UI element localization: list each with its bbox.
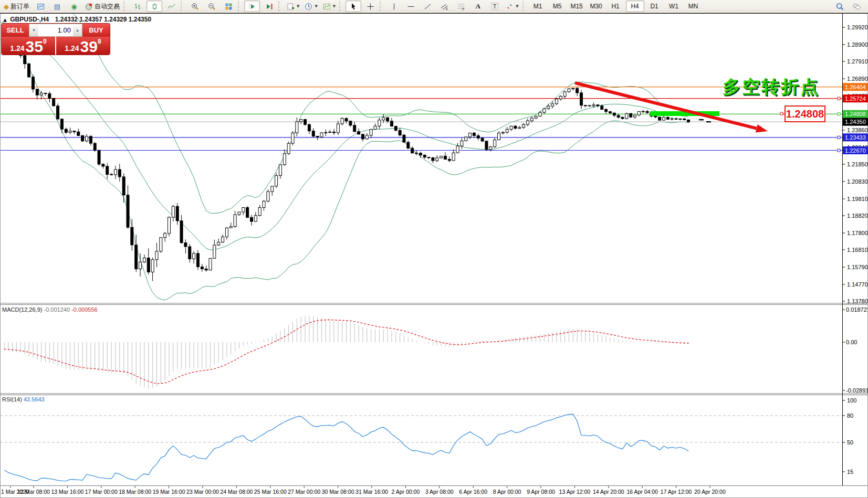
timeframe-m30-button[interactable]: M30 bbox=[587, 1, 605, 12]
svg-text:30 Mar 08:00: 30 Mar 08:00 bbox=[322, 489, 354, 495]
horizontal-line-icon bbox=[407, 3, 415, 10]
symbol-period-label: GBPUSD-,H4 bbox=[10, 16, 49, 23]
toolbar-separator bbox=[123, 1, 128, 12]
navigator-button[interactable]: ◉ bbox=[66, 1, 82, 12]
chat-icon bbox=[853, 3, 861, 10]
svg-text:1.25724: 1.25724 bbox=[845, 96, 866, 102]
svg-text:19 Mar 16:00: 19 Mar 16:00 bbox=[153, 489, 185, 495]
svg-text:1.26890: 1.26890 bbox=[847, 76, 868, 82]
zoom-out-button[interactable] bbox=[204, 1, 219, 12]
svg-text:1.23433: 1.23433 bbox=[845, 134, 866, 141]
timeframe-m15-button[interactable]: M15 bbox=[568, 1, 586, 12]
templates-button[interactable]: ▼ bbox=[321, 1, 338, 12]
svg-text:31 Mar 16:00: 31 Mar 16:00 bbox=[355, 489, 388, 495]
auto-scroll-button[interactable] bbox=[244, 1, 260, 12]
dropdown-arrow-icon: ▼ bbox=[333, 4, 336, 8]
autotrading-button[interactable]: 自动交易 bbox=[83, 1, 122, 12]
zoom-in-icon bbox=[191, 3, 199, 10]
toolbar-separator bbox=[278, 1, 283, 12]
svg-text:1.13780: 1.13780 bbox=[847, 298, 868, 304]
periods-button[interactable]: ▼ bbox=[302, 1, 319, 12]
market-watch-icon bbox=[37, 3, 45, 10]
timeframe-m5-button[interactable]: M5 bbox=[548, 1, 567, 12]
crosshair-button[interactable] bbox=[362, 1, 378, 12]
chat-button[interactable] bbox=[849, 1, 864, 12]
last-candle-dash bbox=[699, 119, 704, 120]
data-window-button[interactable]: ▤ bbox=[49, 1, 65, 12]
dropdown-arrow-icon: ▼ bbox=[315, 4, 317, 8]
market-watch-button[interactable] bbox=[33, 1, 48, 12]
new-order-button[interactable]: ◆新订单 bbox=[2, 1, 32, 12]
cursor-button[interactable] bbox=[346, 1, 361, 12]
equidistant-channel-button[interactable]: E bbox=[436, 1, 452, 12]
new-order-icon: ◆ bbox=[4, 3, 9, 10]
svg-text:1.14770: 1.14770 bbox=[847, 281, 868, 288]
last-candle-dash bbox=[706, 121, 711, 122]
svg-text:1.18820: 1.18820 bbox=[847, 213, 868, 219]
vertical-line-button[interactable] bbox=[386, 1, 402, 12]
tile-windows-icon bbox=[225, 3, 233, 10]
chart-title: ▲ GBPUSD-,H4 1.24332 1.24357 1.24329 1.2… bbox=[3, 16, 151, 23]
volume-control: ▼ ▲ bbox=[29, 24, 82, 37]
svg-text:15: 15 bbox=[847, 469, 853, 475]
svg-text:1.20830: 1.20830 bbox=[847, 178, 868, 185]
svg-text:12 Mar 08:00: 12 Mar 08:00 bbox=[17, 489, 50, 495]
svg-text:17 Mar 00:00: 17 Mar 00:00 bbox=[85, 489, 118, 495]
candlestick-button[interactable] bbox=[147, 1, 162, 12]
svg-text:F: F bbox=[462, 7, 464, 10]
trendline-button[interactable] bbox=[420, 1, 435, 12]
autotrading-icon bbox=[85, 3, 93, 10]
svg-text:1.23860: 1.23860 bbox=[847, 127, 868, 133]
price-callout-object[interactable]: 1.24808 bbox=[780, 106, 825, 122]
search-button[interactable] bbox=[832, 1, 848, 12]
tile-windows-button[interactable] bbox=[221, 1, 236, 12]
chart-shift-icon bbox=[265, 3, 273, 10]
indicators-button[interactable]: ▼ bbox=[285, 1, 301, 12]
search-icon bbox=[836, 3, 844, 10]
toolbar-separator bbox=[238, 1, 243, 12]
svg-text:80: 80 bbox=[847, 412, 853, 419]
text-button[interactable]: A bbox=[470, 1, 486, 12]
candlestick-icon bbox=[151, 3, 159, 10]
svg-text:25 Mar 16:00: 25 Mar 16:00 bbox=[254, 489, 287, 495]
collapse-triangle-icon[interactable]: ▲ bbox=[3, 17, 7, 23]
buy-button[interactable]: BUY bbox=[82, 24, 110, 37]
svg-text:1.24808: 1.24808 bbox=[845, 111, 866, 117]
svg-text:13 Apr 12:00: 13 Apr 12:00 bbox=[559, 489, 591, 495]
svg-text:24 Mar 08:00: 24 Mar 08:00 bbox=[220, 489, 253, 495]
svg-text:8 Apr 00:00: 8 Apr 00:00 bbox=[493, 489, 521, 495]
timeframe-h1-button[interactable]: H1 bbox=[606, 1, 625, 12]
volume-input[interactable] bbox=[38, 24, 73, 36]
svg-text:-0.028913: -0.028913 bbox=[846, 387, 868, 394]
zoom-out-icon bbox=[208, 3, 216, 10]
dropdown-arrow-icon: ▼ bbox=[297, 4, 299, 8]
zoom-in-button[interactable] bbox=[187, 1, 203, 12]
horizontal-line-button[interactable] bbox=[403, 1, 419, 12]
svg-text:E: E bbox=[446, 7, 448, 10]
svg-text:2 Apr 00:00: 2 Apr 00:00 bbox=[392, 489, 420, 495]
bar-chart-button[interactable] bbox=[130, 1, 145, 12]
toolbar-separator bbox=[522, 1, 527, 12]
fibonacci-icon: F bbox=[457, 3, 465, 10]
text-label-button[interactable]: T bbox=[487, 1, 503, 12]
annotation-text-object[interactable]: 多空转折点 bbox=[723, 75, 820, 99]
timeframe-m1-button[interactable]: M1 bbox=[529, 1, 547, 12]
timeframe-mn-button[interactable]: MN bbox=[684, 1, 703, 12]
svg-text:50: 50 bbox=[847, 439, 853, 446]
svg-text:13 Mar 16:00: 13 Mar 16:00 bbox=[51, 489, 83, 495]
sell-price-display[interactable]: 1.24 35 0 bbox=[2, 37, 55, 55]
svg-text:3 Apr 08:00: 3 Apr 08:00 bbox=[425, 489, 454, 495]
timeframe-d1-button[interactable]: D1 bbox=[645, 1, 664, 12]
timeframe-h4-button[interactable]: H4 bbox=[626, 1, 644, 12]
volume-increase-button[interactable]: ▲ bbox=[73, 24, 82, 36]
arrows-button[interactable]: ▼ bbox=[504, 1, 520, 12]
timeframe-w1-button[interactable]: W1 bbox=[665, 1, 683, 12]
sell-button[interactable]: SELL bbox=[2, 24, 29, 37]
fibonacci-button[interactable]: F bbox=[453, 1, 469, 12]
svg-text:23 Mar 00:00: 23 Mar 00:00 bbox=[186, 489, 219, 495]
volume-decrease-button[interactable]: ▼ bbox=[29, 24, 38, 36]
buy-price-display[interactable]: 1.24 39 8 bbox=[56, 37, 110, 55]
svg-text:1.15790: 1.15790 bbox=[847, 264, 868, 270]
line-chart-button[interactable] bbox=[163, 1, 179, 12]
chart-shift-button[interactable] bbox=[261, 1, 277, 12]
